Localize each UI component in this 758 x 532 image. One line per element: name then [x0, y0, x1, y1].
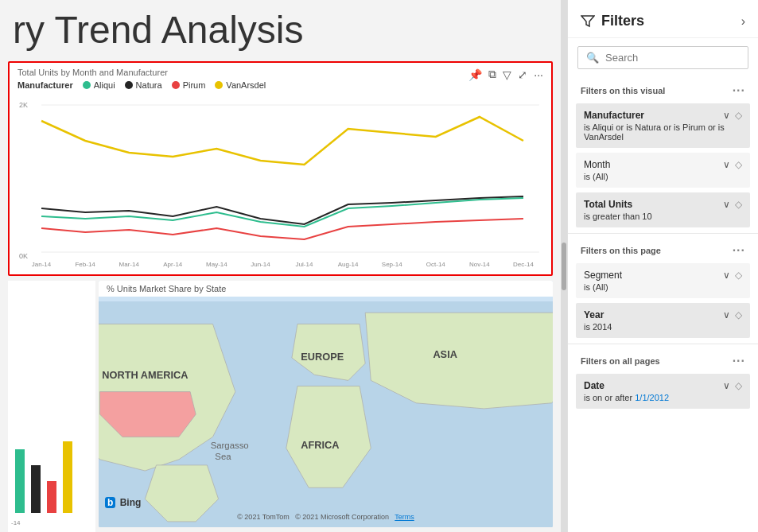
natura-dot: [125, 81, 133, 89]
segment-clear[interactable]: ◇: [735, 270, 742, 281]
filter-date-actions: ∨ ◇: [723, 380, 742, 391]
filter-total-units-name: Total Units: [584, 199, 632, 210]
svg-rect-19: [63, 441, 72, 513]
legend-item-natura: Natura: [125, 80, 162, 90]
manufacturer-clear[interactable]: ◇: [735, 110, 742, 121]
chart-subtitle: Total Units by Month and Manufacturer: [17, 68, 543, 77]
vanarsdel-dot: [215, 81, 223, 89]
filter-year-actions: ∨ ◇: [723, 309, 742, 320]
svg-rect-17: [31, 465, 41, 513]
svg-text:Sargasso: Sargasso: [211, 441, 249, 450]
svg-text:Apr-14: Apr-14: [163, 261, 183, 268]
chart-container: 📌 ⧉ ▽ ⤢ ··· Total Units by Month and Man…: [8, 61, 553, 276]
filter-icon[interactable]: ▽: [503, 68, 511, 81]
date-clear[interactable]: ◇: [735, 380, 742, 391]
mini-bar-chart: -14: [8, 281, 95, 532]
filter-card-year: Year ∨ ◇ is 2014: [576, 303, 750, 338]
filter-card-year-header: Year ∨ ◇: [584, 309, 742, 320]
filter-date-value: is on or after 1/1/2012: [584, 393, 742, 402]
filter-card-month-header: Month ∨ ◇: [584, 159, 742, 170]
filter-card-manufacturer: Manufacturer ∨ ◇ is Aliqui or is Natura …: [576, 103, 750, 148]
aliqui-dot: [83, 81, 91, 89]
svg-text:ASIA: ASIA: [433, 348, 457, 360]
filters-panel: Filters › 🔍 Filters on this visual ··· M…: [567, 0, 758, 532]
filter-month-actions: ∨ ◇: [723, 159, 742, 170]
svg-text:0K: 0K: [19, 252, 28, 260]
manufacturer-chevron[interactable]: ∨: [723, 110, 730, 121]
legend-item-aliqui: Aliqui: [83, 80, 115, 90]
filters-title-group: Filters: [581, 13, 644, 29]
filter-card-date-header: Date ∨ ◇: [584, 380, 742, 391]
filter-total-units-actions: ∨ ◇: [723, 199, 742, 210]
bing-logo: b Bing: [105, 497, 141, 508]
filter-segment-name: Segment: [584, 270, 622, 281]
legend-label: Manufacturer: [17, 80, 73, 90]
expand-icon[interactable]: ⤢: [518, 68, 527, 81]
svg-text:Oct-14: Oct-14: [426, 261, 446, 268]
filter-card-segment: Segment ∨ ◇ is (All): [576, 263, 750, 298]
filter-card-segment-header: Segment ∨ ◇: [584, 270, 742, 281]
filter-segment-actions: ∨ ◇: [723, 270, 742, 281]
visual-filters-dots[interactable]: ···: [733, 83, 745, 98]
month-chevron[interactable]: ∨: [723, 159, 730, 170]
copy-icon[interactable]: ⧉: [488, 68, 496, 81]
svg-text:2K: 2K: [19, 101, 28, 109]
filter-year-name: Year: [584, 309, 604, 320]
svg-rect-18: [47, 481, 56, 513]
segment-chevron[interactable]: ∨: [723, 270, 730, 281]
divider-1: [568, 233, 758, 234]
all-pages-filters-dots[interactable]: ···: [733, 354, 745, 368]
chart-area: 2K 0K Jan-14 Feb-14 Mar-14 Apr-14 May-14…: [17, 93, 543, 268]
page-filters-label: Filters on this page: [581, 246, 661, 255]
svg-rect-16: [15, 449, 25, 513]
date-chevron[interactable]: ∨: [723, 380, 730, 391]
legend-aliqui-label: Aliqui: [94, 80, 115, 90]
legend-vanarsdel-label: VanArsdel: [226, 80, 266, 90]
bottom-section: -14 % Units Market Share by State: [0, 281, 561, 532]
svg-text:AFRICA: AFRICA: [301, 439, 339, 451]
chart-legend: Manufacturer Aliqui Natura Pirum VanArsd…: [17, 80, 543, 90]
filters-panel-title: Filters: [601, 13, 644, 29]
svg-text:-14: -14: [11, 519, 21, 526]
pirum-dot: [172, 81, 180, 89]
svg-text:Aug-14: Aug-14: [338, 261, 359, 268]
map-container: % Units Market Share by State: [99, 281, 553, 527]
visual-filters-label: Filters on this visual: [581, 86, 665, 95]
svg-text:Jun-14: Jun-14: [251, 261, 270, 268]
svg-text:Nov-14: Nov-14: [469, 261, 490, 268]
year-clear[interactable]: ◇: [735, 309, 742, 320]
month-clear[interactable]: ◇: [735, 159, 742, 170]
bing-b: b: [105, 497, 115, 508]
chart-toolbar: 📌 ⧉ ▽ ⤢ ···: [468, 68, 543, 81]
legend-natura-label: Natura: [136, 80, 162, 90]
page-filters-dots[interactable]: ···: [733, 243, 745, 258]
svg-text:Feb-14: Feb-14: [75, 261, 95, 268]
svg-text:Mar-14: Mar-14: [119, 261, 140, 268]
filter-year-value: is 2014: [584, 322, 742, 332]
map-title: % Units Market Share by State: [99, 281, 553, 297]
filter-card-total-units: Total Units ∨ ◇ is greater than 10: [576, 192, 750, 227]
legend-item-pirum: Pirum: [172, 80, 206, 90]
filter-date-link: 1/1/2012: [635, 393, 669, 402]
filter-month-name: Month: [584, 159, 610, 170]
more-icon[interactable]: ···: [534, 68, 543, 81]
terms-link[interactable]: Terms: [395, 513, 414, 521]
svg-text:Jan-14: Jan-14: [32, 261, 52, 268]
line-chart-svg: 2K 0K Jan-14 Feb-14 Mar-14 Apr-14 May-14…: [17, 93, 543, 268]
filter-card-date: Date ∨ ◇ is on or after 1/1/2012: [576, 374, 750, 409]
total-units-clear[interactable]: ◇: [735, 199, 742, 210]
filter-total-units-value: is greater than 10: [584, 212, 742, 221]
year-chevron[interactable]: ∨: [723, 309, 730, 320]
all-pages-filters-label: Filters on all pages: [581, 356, 660, 366]
scrollbar-handle[interactable]: [562, 243, 566, 290]
filter-manufacturer-value: is Aliqui or is Natura or is Pirum or is…: [584, 122, 742, 142]
scrollbar[interactable]: [561, 0, 567, 532]
svg-text:NORTH AMERICA: NORTH AMERICA: [102, 369, 188, 381]
total-units-chevron[interactable]: ∨: [723, 199, 730, 210]
search-input[interactable]: [605, 52, 740, 64]
pin-icon[interactable]: 📌: [468, 68, 482, 81]
filters-close-arrow[interactable]: ›: [741, 14, 745, 29]
search-box[interactable]: 🔍: [577, 46, 748, 69]
filter-manufacturer-actions: ∨ ◇: [723, 110, 742, 121]
map-copyright: © 2021 TomTom © 2021 Microsoft Corporati…: [99, 513, 553, 521]
